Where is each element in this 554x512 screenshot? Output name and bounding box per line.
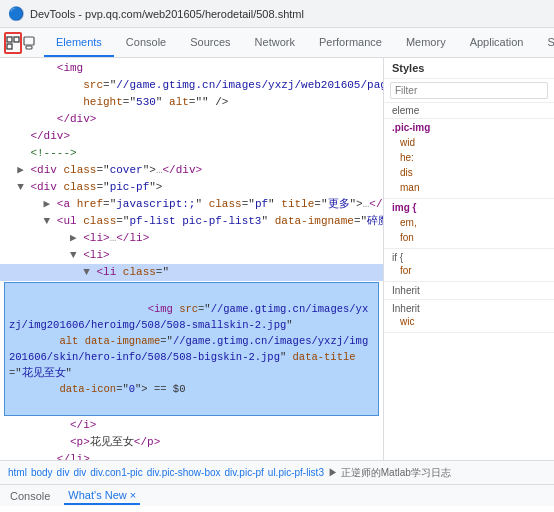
- styles-if-section: if { for: [384, 249, 554, 282]
- styles-element-label: eleme: [384, 103, 554, 119]
- svg-rect-0: [7, 37, 12, 42]
- styles-prop: em,: [392, 215, 546, 230]
- console-tab-area: Console What's New ×: [0, 484, 554, 506]
- elements-line[interactable]: </div>: [0, 111, 383, 128]
- elements-line[interactable]: <p>花见至女</p>: [0, 434, 383, 451]
- highlighted-code-block[interactable]: <img src="//game.gtimg.cn/images/yxzj/im…: [4, 282, 379, 416]
- devtools-toolbar: Elements Console Sources Network Perform…: [0, 28, 554, 58]
- tab-application[interactable]: Application: [458, 29, 536, 57]
- styles-prop: for: [392, 263, 546, 278]
- tab-sources[interactable]: Sources: [178, 29, 242, 57]
- elements-line[interactable]: <!---->: [0, 145, 383, 162]
- elements-line[interactable]: </li>: [0, 451, 383, 460]
- breadcrumb-div2[interactable]: div: [73, 467, 86, 478]
- styles-prop: wic: [392, 314, 546, 329]
- svg-rect-3: [24, 37, 34, 45]
- elements-line[interactable]: </i>: [0, 417, 383, 434]
- breadcrumb-watermark: ▶ 正逆师的Matlab学习日志: [328, 466, 451, 480]
- breadcrumb-div-picpf[interactable]: div.pic-pf: [225, 467, 264, 478]
- elements-content[interactable]: <img src="//game.gtimg.cn/images/yxzj/we…: [0, 58, 383, 460]
- title-bar: 🔵 DevTools - pvp.qq.com/web201605/herode…: [0, 0, 554, 28]
- styles-prop: man: [392, 180, 546, 195]
- breadcrumb-html[interactable]: html: [8, 467, 27, 478]
- tab-security[interactable]: Security: [535, 29, 554, 57]
- breadcrumb-bar: html body div div div.con1-pic div.pic-s…: [0, 460, 554, 484]
- styles-prop: dis: [392, 165, 546, 180]
- breadcrumb-div-con1pic[interactable]: div.con1-pic: [90, 467, 143, 478]
- tab-console[interactable]: Console: [114, 29, 178, 57]
- tab-whatsnew[interactable]: What's New ×: [64, 487, 140, 505]
- elements-line[interactable]: height="530" alt="" />: [0, 94, 383, 111]
- elements-line-selected[interactable]: ▼ <li class=": [0, 264, 383, 281]
- device-toggle-button[interactable]: [22, 32, 36, 54]
- styles-header: Styles: [384, 58, 554, 79]
- elements-line[interactable]: ▶ <div class="cover">…</div>: [0, 162, 383, 179]
- breadcrumb-div-picshowbox[interactable]: div.pic-show-box: [147, 467, 221, 478]
- elements-panel[interactable]: <img src="//game.gtimg.cn/images/yxzj/we…: [0, 58, 384, 460]
- breadcrumb-body[interactable]: body: [31, 467, 53, 478]
- styles-inherit-2: Inherit wic: [384, 300, 554, 333]
- styles-prop: he:: [392, 150, 546, 165]
- breadcrumb-div1[interactable]: div: [57, 467, 70, 478]
- svg-rect-2: [14, 37, 19, 42]
- title-text: DevTools - pvp.qq.com/web201605/herodeta…: [30, 8, 304, 20]
- browser-icon: 🔵: [8, 6, 24, 22]
- main-area: <img src="//game.gtimg.cn/images/yxzj/we…: [0, 58, 554, 460]
- elements-line[interactable]: <img: [0, 60, 383, 77]
- tab-performance[interactable]: Performance: [307, 29, 394, 57]
- tab-console-bottom[interactable]: Console: [6, 488, 54, 504]
- styles-inherit-1: Inherit: [384, 282, 554, 300]
- styles-panel: Styles eleme .pic-img wid he: dis man im…: [384, 58, 554, 460]
- tab-memory[interactable]: Memory: [394, 29, 458, 57]
- svg-rect-1: [7, 44, 12, 49]
- styles-section-img: img { em, fon: [384, 199, 554, 249]
- inspect-button[interactable]: [4, 32, 22, 54]
- elements-line[interactable]: src="//game.gtimg.cn/images/yxzj/web2016…: [0, 77, 383, 94]
- styles-prop: fon: [392, 230, 546, 245]
- elements-line[interactable]: ▼ <div class="pic-pf">: [0, 179, 383, 196]
- tab-network[interactable]: Network: [243, 29, 307, 57]
- styles-section-pic-img: .pic-img wid he: dis man: [384, 119, 554, 199]
- breadcrumb-ul-picpflist3[interactable]: ul.pic-pf-list3: [268, 467, 324, 478]
- elements-line[interactable]: ▶ <a href="javascript:;" class="pf" titl…: [0, 196, 383, 213]
- elements-line[interactable]: ▶ <li>…</li>: [0, 230, 383, 247]
- elements-line[interactable]: </div>: [0, 128, 383, 145]
- styles-filter-area: [384, 79, 554, 103]
- styles-filter-input[interactable]: [390, 82, 548, 99]
- elements-line[interactable]: ▼ <li>: [0, 247, 383, 264]
- tab-elements[interactable]: Elements: [44, 29, 114, 57]
- styles-prop: wid: [392, 135, 546, 150]
- svg-rect-4: [26, 46, 32, 49]
- elements-line[interactable]: ▼ <ul class="pf-list pic-pf-list3" data-…: [0, 213, 383, 230]
